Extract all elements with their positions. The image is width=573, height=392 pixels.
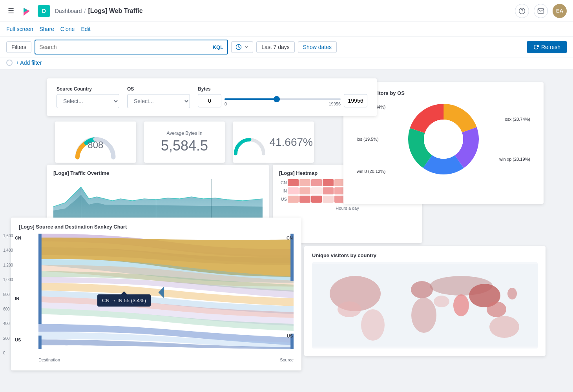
top-navigation: ☰ D Dashboard / [Logs] Web Traffic [0,0,573,22]
sankey-tooltip: CN → IN 55 (3.4%) [97,294,151,307]
show-dates-button[interactable]: Show dates [298,41,337,53]
svg-point-31 [489,316,519,338]
percent-metric: 41.667% [234,129,313,156]
sankey-node-cn-left: CN [15,236,21,240]
percent-metric-card: 41.667% [233,122,314,163]
svg-point-32 [507,288,517,299]
os-label: OS [127,86,190,92]
filter-bar: Filters KQL Last 7 days Show dates [0,36,573,58]
os-filter: OS Select... [127,86,190,108]
edit-button[interactable]: Edit [81,26,90,32]
y-label-800: 800 [3,292,13,297]
percent-gauge-svg [234,129,265,156]
svg-marker-19 [159,287,164,298]
average-bytes-value: 5,584.5 [161,138,208,154]
kibana-logo [20,5,33,17]
heatmap-cell [299,179,310,186]
heatmap-cell [311,187,322,194]
toolbar-links: Full screen Share Clone Edit [6,26,91,32]
y-label-1400: 1,400 [3,248,13,252]
svg-point-30 [487,301,506,317]
user-avatar[interactable]: EA [553,4,567,18]
svg-point-26 [434,296,449,307]
sankey-node-cn-right: CN [286,236,293,240]
y-label-600: 600 [3,307,13,311]
average-bytes-card: Average Bytes In 5,584.5 [144,122,225,163]
source-country-filter: Source Country Select... [57,86,119,108]
toolbar: Full screen Share Clone Edit [0,22,573,36]
donut-label-winxp: win xp (20.19%) [499,157,530,162]
bytes-label: Bytes [198,86,367,92]
gauge-container: 808 [74,134,117,151]
hamburger-menu-icon[interactable]: ☰ [6,5,16,17]
heatmap-cell [288,196,299,203]
kql-badge[interactable]: KQL [213,44,223,50]
share-button[interactable]: Share [39,26,54,32]
full-screen-button[interactable]: Full screen [6,26,33,32]
add-filter-button[interactable]: + Add filter [16,60,42,66]
sankey-x-axis: Destination Source [19,358,294,362]
svg-point-23 [361,309,385,341]
heatmap-cell [299,187,310,194]
bytes-range-slider: 0 19956 [198,94,367,107]
tooltip-arrow [121,291,127,294]
gauge-value: 808 [88,140,103,151]
bytes-filter: Bytes 0 19956 [198,86,367,107]
dashboard-badge: D [38,5,50,17]
breadcrumb-separator: / [84,8,86,14]
y-label-1000: 1,000 [3,278,13,282]
svg-rect-17 [290,234,294,281]
svg-point-25 [411,298,436,333]
svg-point-28 [453,294,469,316]
filter-radio[interactable] [6,60,13,66]
mail-button[interactable] [534,4,548,18]
heatmap-cell [288,179,299,186]
search-input[interactable] [39,44,213,50]
y-label-0: 0 [3,351,13,355]
heatmap-label-in: IN [279,189,287,193]
donut-chart-container: win 7 (19.44%) ios (19.5%) win 8 (20.12%… [353,100,534,178]
donut-svg [404,100,483,178]
bytes-min-input[interactable] [198,94,221,107]
filter-dropdown-card: Source Country Select... OS Select... By… [47,78,377,116]
sankey-node-in-left: IN [15,296,19,301]
sankey-node-us-left: US [15,338,21,342]
gauge-metric-card: 808 [55,122,136,163]
y-label-400: 400 [3,321,13,326]
heatmap-cell [311,179,322,186]
breadcrumb-current: [Logs] Web Traffic [88,7,142,15]
heatmap-cell [323,196,334,203]
breadcrumb-home[interactable]: Dashboard [55,8,82,14]
refresh-button[interactable]: Refresh [527,41,567,53]
bytes-max-input[interactable] [344,94,367,107]
donut-label-win8: win 8 (20.12%) [357,169,385,174]
help-button[interactable] [515,4,529,18]
breadcrumb: Dashboard / [Logs] Web Traffic [55,7,143,15]
heatmap-label-us: US [279,197,287,201]
source-country-select[interactable]: Select... [57,94,119,108]
filters-label: Filters [6,41,31,53]
x-label-source: Source [280,358,294,362]
range-thumb[interactable] [274,96,280,102]
range-labels: 0 19956 [224,102,341,106]
heatmap-cell [323,179,334,186]
worldmap-area [312,262,538,348]
average-bytes-label: Average Bytes In [161,131,208,136]
clone-button[interactable]: Clone [60,26,75,32]
os-select[interactable]: Select... [127,94,190,108]
add-filter-row: + Add filter [0,58,573,69]
sankey-chart-card: [Logs] Source and Destination Sankey Cha… [11,218,301,370]
range-fill [224,98,277,100]
source-country-label: Source Country [57,86,119,92]
search-container: KQL [35,40,228,54]
traffic-chart-svg [53,179,263,222]
sankey-node-us-right: US [287,334,293,338]
heatmap-cell [299,196,310,203]
svg-rect-15 [38,234,42,324]
sankey-chart-area: 1,600 1,400 1,200 1,000 800 600 400 200 … [19,234,294,355]
average-bytes-metric: Average Bytes In 5,584.5 [161,131,208,154]
time-picker[interactable] [231,41,253,53]
donut-label-ios: ios (19.5%) [357,137,385,142]
traffic-chart-title: [Logs] Traffic Overtime [53,170,263,176]
svg-point-24 [411,281,433,298]
